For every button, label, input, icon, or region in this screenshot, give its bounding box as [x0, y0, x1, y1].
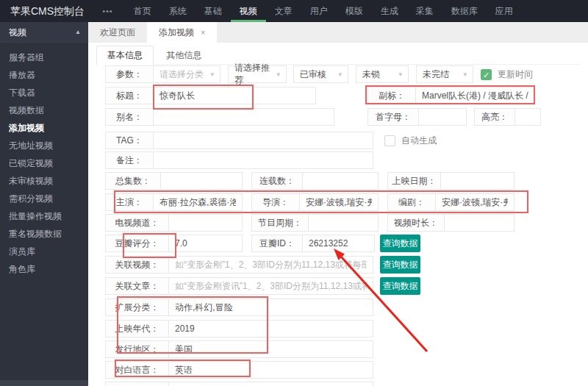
audit-select[interactable]: 已审核 ▾ — [293, 65, 348, 83]
recommend-select-box[interactable]: 请选择推荐 ▾ — [228, 65, 287, 83]
tv-channel-input[interactable] — [169, 214, 243, 232]
sidebar-item-roles[interactable]: 角色库 — [0, 260, 88, 278]
tab-other-info[interactable]: 其他信息 — [156, 46, 212, 65]
nav-item-app[interactable]: 应用 — [487, 0, 522, 22]
row-tag: TAG： 自动生成 — [88, 132, 588, 149]
serial-number-input[interactable] — [303, 172, 379, 190]
field-highlight: 高亮： — [474, 108, 541, 126]
douban-score-label: 豆瓣评分： — [105, 235, 169, 252]
lock-select-box[interactable]: 未锁 ▾ — [356, 65, 409, 83]
highlight-label: 高亮： — [474, 108, 515, 126]
sidebar-item-server-group[interactable]: 服务器组 — [0, 49, 88, 66]
sidebar-item-no-address[interactable]: 无地址视频 — [0, 137, 88, 154]
nav-item-basic[interactable]: 基础 — [196, 0, 231, 22]
nav-item-home[interactable]: 首页 — [125, 0, 160, 22]
related-articles-input[interactable] — [169, 277, 373, 295]
duration-input[interactable] — [445, 214, 514, 232]
title-input[interactable] — [154, 87, 316, 104]
query-douban-button[interactable]: 查询数据 — [380, 235, 420, 252]
sidebar-item-actors[interactable]: 演员库 — [0, 243, 88, 260]
total-episodes-input[interactable] — [161, 172, 243, 190]
tab-basic-info[interactable]: 基本信息 — [96, 46, 154, 65]
field-title: 标题： — [105, 87, 316, 104]
lock-select[interactable]: 未锁 ▾ — [356, 65, 409, 83]
sidebar-item-points[interactable]: 需积分视频 — [0, 190, 88, 207]
cutoff-input[interactable] — [169, 382, 373, 386]
category-select[interactable]: 请选择分类 ▾ — [154, 65, 220, 83]
subtitle-input[interactable] — [416, 87, 535, 104]
sidebar-item-video-data[interactable]: 视频数据 — [0, 101, 88, 119]
row-language: 对白语言： — [88, 361, 588, 379]
alias-input[interactable] — [154, 108, 334, 126]
nav-item-video[interactable]: 视频 — [231, 0, 266, 22]
serial-select-box[interactable]: 未完结 ▾ — [416, 65, 473, 83]
field-subtitle: 副标： — [368, 87, 535, 104]
row-note: 备注： — [88, 151, 588, 169]
release-year-input[interactable] — [169, 320, 373, 337]
update-time-label: 更新时间 — [498, 65, 533, 83]
sidebar-item-locked[interactable]: 已锁定视频 — [0, 154, 88, 172]
sidebar: 视频 ▲ 服务器组 播放器 下载器 视频数据 添加视频 无地址视频 已锁定视频 … — [0, 22, 88, 386]
actors-input[interactable] — [154, 193, 243, 211]
nav-item-collect[interactable]: 采集 — [407, 0, 442, 22]
tab-add-video[interactable]: 添加视频× — [147, 22, 217, 43]
field-douban-score: 豆瓣评分： — [105, 235, 243, 252]
program-cycle-label: 节目周期： — [251, 214, 309, 232]
nav-item-user[interactable]: 用户 — [301, 0, 337, 22]
close-icon[interactable]: × — [201, 28, 205, 37]
serial-select[interactable]: 未完结 ▾ — [416, 65, 473, 83]
douban-id-label: 豆瓣ID： — [251, 235, 303, 252]
region-label: 发行地区： — [105, 340, 169, 358]
director-input[interactable] — [300, 193, 379, 211]
alias-label: 别名： — [105, 108, 154, 126]
program-cycle-input[interactable] — [309, 214, 379, 232]
auto-generate-checkbox[interactable] — [384, 135, 395, 146]
update-time-checkbox[interactable]: ✓ — [481, 69, 492, 80]
sidebar-item-player[interactable]: 播放器 — [0, 66, 88, 84]
region-input[interactable] — [169, 340, 373, 358]
tab-welcome[interactable]: 欢迎页面 — [88, 22, 147, 43]
query-related-articles-button[interactable]: 查询数据 — [380, 277, 420, 295]
field-related-videos: 关联视频： — [105, 256, 373, 274]
douban-score-input[interactable] — [169, 235, 243, 252]
sidebar-group-video[interactable]: 视频 ▲ — [0, 22, 88, 43]
language-label: 对白语言： — [105, 361, 169, 379]
sidebar-item-unaudited[interactable]: 未审核视频 — [0, 172, 88, 190]
release-date-input[interactable] — [441, 172, 514, 190]
tab-welcome-label: 欢迎页面 — [100, 27, 135, 37]
writer-label: 编剧： — [387, 193, 436, 211]
initial-input[interactable] — [419, 108, 467, 126]
field-initial: 首字母： — [368, 108, 467, 126]
douban-id-input[interactable] — [303, 235, 375, 252]
initial-label: 首字母： — [368, 108, 419, 126]
nav-item-article[interactable]: 文章 — [266, 0, 301, 22]
tag-input[interactable] — [154, 132, 373, 149]
chevron-down-icon: ▾ — [210, 71, 214, 78]
nav-item-generate[interactable]: 生成 — [372, 0, 407, 22]
field-language: 对白语言： — [105, 361, 373, 379]
related-videos-input[interactable] — [169, 256, 373, 274]
sidebar-item-batch[interactable]: 批量操作视频 — [0, 207, 88, 225]
highlight-input[interactable] — [515, 108, 541, 126]
language-input[interactable] — [169, 361, 373, 379]
recommend-select[interactable]: 请选择推荐 ▾ — [228, 65, 287, 83]
query-related-videos-button[interactable]: 查询数据 — [380, 256, 420, 274]
ext-category-input[interactable] — [169, 299, 373, 316]
more-icon[interactable]: ••• — [95, 0, 125, 22]
nav-item-database[interactable]: 数据库 — [442, 0, 487, 22]
field-ext-category: 扩展分类： — [105, 299, 373, 316]
field-duration: 视频时长： — [387, 214, 514, 232]
audit-select-value: 已审核 — [300, 68, 326, 81]
nav-item-template[interactable]: 模版 — [337, 0, 372, 22]
ext-category-label: 扩展分类： — [105, 299, 169, 316]
sidebar-item-duplicate[interactable]: 重名视频数据 — [0, 225, 88, 243]
sidebar-item-downloader[interactable]: 下载器 — [0, 84, 88, 101]
sidebar-item-add-video[interactable]: 添加视频 — [0, 119, 88, 137]
row-region: 发行地区： — [88, 340, 588, 358]
nav-item-system[interactable]: 系统 — [160, 0, 196, 22]
main-content: 基本信息 其他信息 参数： 请选择分类 ▾ 请选择推荐 ▾ 已审核 ▾ 未锁 — [88, 43, 588, 386]
release-date-label: 上映日期： — [387, 172, 441, 190]
writer-input[interactable] — [436, 193, 514, 211]
audit-select-box[interactable]: 已审核 ▾ — [293, 65, 348, 83]
note-input[interactable] — [154, 151, 373, 169]
